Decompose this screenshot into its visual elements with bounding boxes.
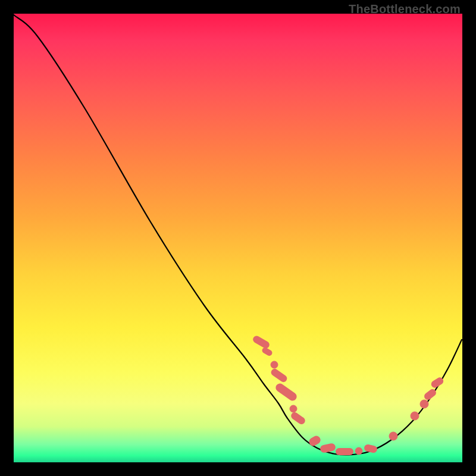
chart-svg xyxy=(14,14,462,462)
marker-pill xyxy=(320,443,336,453)
marker-pill xyxy=(270,367,288,383)
marker-dot xyxy=(420,400,428,408)
marker-dot xyxy=(411,412,419,420)
watermark-text: TheBottleneck.com xyxy=(349,2,461,16)
bottleneck-curve xyxy=(14,15,462,455)
curve-markers xyxy=(252,334,444,455)
marker-dot xyxy=(355,447,362,455)
chart-frame xyxy=(14,14,462,462)
marker-dot xyxy=(290,405,297,412)
marker-pill xyxy=(336,448,353,455)
marker-pill xyxy=(308,434,322,447)
marker-pill xyxy=(274,382,299,402)
marker-pill xyxy=(290,411,306,426)
marker-dot xyxy=(271,361,278,368)
marker-pill xyxy=(252,334,271,349)
marker-dot xyxy=(389,432,397,440)
